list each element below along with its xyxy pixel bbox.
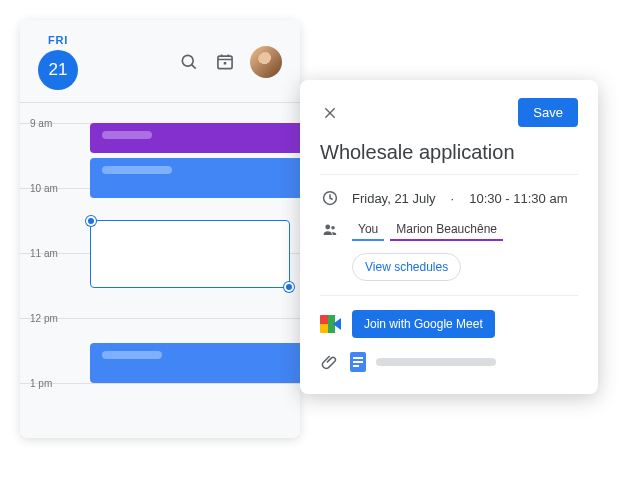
save-button[interactable]: Save [518,98,578,127]
attachment-icon[interactable] [320,353,340,371]
svg-rect-6 [224,62,227,65]
avatar[interactable] [250,46,282,78]
event-title-placeholder [102,131,152,139]
clock-icon [320,189,340,207]
view-schedules-button[interactable]: View schedules [352,253,461,281]
people-icon [320,221,340,239]
join-google-meet-button[interactable]: Join with Google Meet [352,310,495,338]
svg-point-10 [325,225,330,230]
view-schedules-row: View schedules [352,253,578,281]
svg-line-1 [192,65,196,69]
date-block[interactable]: FRI 21 [38,34,78,90]
drag-handle-end[interactable] [284,282,294,292]
google-meet-icon [320,315,342,333]
google-meet-row: Join with Google Meet [320,310,578,338]
event-block-blue[interactable] [90,343,300,383]
hour-line: 1 pm [20,383,300,384]
hour-label: 1 pm [30,378,52,389]
event-title-placeholder [102,351,162,359]
today-icon[interactable] [214,51,236,73]
attachment-name-placeholder [376,358,496,366]
event-time-row[interactable]: Friday, 21 July · 10:30 - 11:30 am [320,189,578,207]
detail-header: Save [320,98,578,127]
day-of-week-label: FRI [48,34,68,46]
calendar-header-actions [178,46,282,78]
divider [320,295,578,296]
drag-handle-start[interactable] [86,216,96,226]
event-time-text: 10:30 - 11:30 am [469,191,567,206]
hour-label: 12 pm [30,313,58,324]
event-guests-row: You Marion Beauchêne [320,219,578,241]
separator-dot: · [451,191,455,206]
event-detail-panel: Save Wholesale application Friday, 21 Ju… [300,80,598,394]
svg-point-11 [331,226,335,230]
svg-point-0 [182,55,193,66]
search-icon[interactable] [178,51,200,73]
day-number-badge: 21 [38,50,78,90]
guest-chip-you[interactable]: You [352,219,384,241]
guest-chips: You Marion Beauchêne [352,219,503,241]
calendar-header: FRI 21 [20,20,300,103]
calendar-panel: FRI 21 9 am 10 am 11 am 12 pm 1 pm [20,20,300,438]
calendar-day-grid[interactable]: 9 am 10 am 11 am 12 pm 1 pm [20,103,300,438]
hour-label: 10 am [30,183,58,194]
attachment-row [320,352,578,372]
event-title[interactable]: Wholesale application [320,141,578,175]
close-icon[interactable] [320,103,340,123]
guest-chip-marion[interactable]: Marion Beauchêne [390,219,503,241]
hour-label: 9 am [30,118,52,129]
new-event-drag-selection[interactable] [90,220,290,288]
event-date-text: Friday, 21 July [352,191,436,206]
event-block-blue[interactable] [90,158,300,198]
hour-line: 12 pm [20,318,300,319]
google-docs-icon[interactable] [350,352,366,372]
hour-label: 11 am [30,248,58,259]
event-title-placeholder [102,166,172,174]
event-block-purple[interactable] [90,123,300,153]
